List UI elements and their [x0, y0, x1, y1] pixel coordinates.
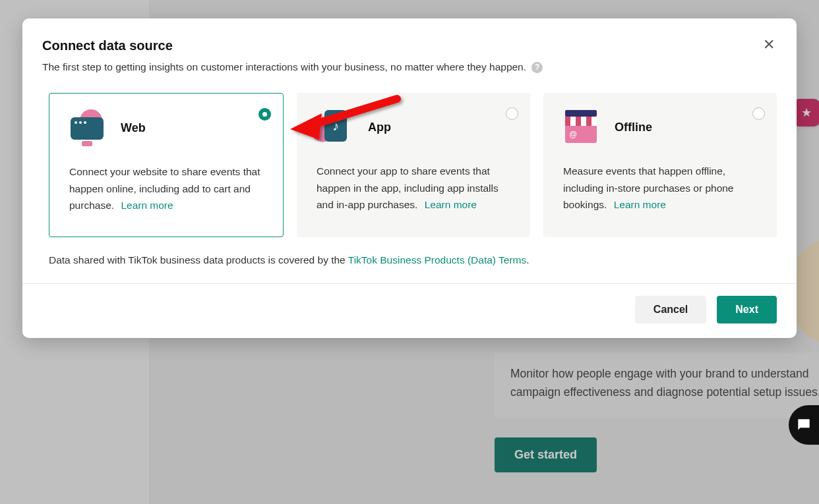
source-cards: Web Connect your website to share events… [22, 73, 797, 237]
card-desc-offline: Measure events that happen offline, incl… [563, 163, 757, 213]
card-desc-app: Connect your app to share events that ha… [317, 163, 510, 213]
radio-offline[interactable] [752, 107, 765, 120]
app-icon: ♪ [317, 110, 352, 144]
chat-icon [795, 416, 812, 434]
radio-web[interactable] [258, 108, 271, 121]
modal-subtitle: The first step to getting insights on cu… [42, 61, 777, 73]
card-desc-web: Connect your website to share events tha… [69, 163, 263, 214]
card-title-web: Web [121, 121, 146, 135]
terms-link[interactable]: TikTok Business Products (Data) Terms [348, 254, 526, 266]
card-title-offline: Offline [615, 121, 652, 134]
web-icon [69, 111, 105, 145]
radio-app[interactable] [506, 107, 518, 120]
source-card-app[interactable]: ♪ App Connect your app to share events t… [297, 93, 530, 237]
close-icon: ✕ [763, 36, 775, 53]
learn-more-offline[interactable]: Learn more [614, 199, 666, 210]
help-icon[interactable]: ? [531, 62, 543, 73]
learn-more-app[interactable]: Learn more [425, 199, 477, 210]
next-button[interactable]: Next [717, 296, 777, 323]
connect-data-source-modal: Connect data source The first step to ge… [22, 18, 797, 338]
terms-line: Data shared with TikTok business data pr… [22, 237, 797, 283]
source-card-offline[interactable]: @ Offline Measure events that happen off… [543, 93, 777, 237]
source-card-web[interactable]: Web Connect your website to share events… [49, 93, 284, 237]
learn-more-web[interactable]: Learn more [121, 200, 173, 211]
modal-title: Connect data source [42, 38, 777, 53]
card-title-app: App [368, 121, 391, 134]
close-button[interactable]: ✕ [760, 36, 778, 54]
cancel-button[interactable]: Cancel [635, 296, 706, 323]
modal-subtitle-text: The first step to getting insights on cu… [42, 61, 526, 73]
modal-header: Connect data source The first step to ge… [22, 18, 797, 73]
offline-icon: @ [563, 110, 599, 144]
modal-footer: Cancel Next [22, 283, 797, 338]
